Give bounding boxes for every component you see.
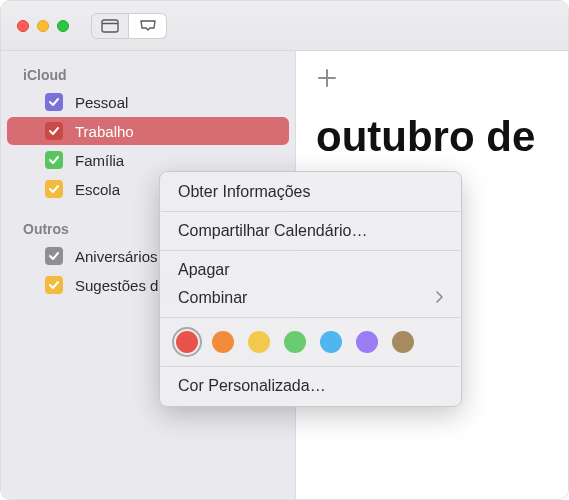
menu-item-label: Compartilhar Calendário… (178, 222, 367, 240)
color-swatch-purple[interactable] (356, 331, 378, 353)
checkbox-icon[interactable] (45, 151, 63, 169)
checkbox-icon[interactable] (45, 276, 63, 294)
toolbar-group (91, 13, 167, 39)
sidebar-item-label: Escola (75, 181, 120, 198)
app-window: iCloud Pessoal Trabalho Família Escola O… (0, 0, 569, 500)
menu-item-label: Combinar (178, 289, 247, 307)
menu-item-delete[interactable]: Apagar (160, 256, 461, 284)
context-menu: Obter Informações Compartilhar Calendári… (159, 171, 462, 407)
menu-item-get-info[interactable]: Obter Informações (160, 178, 461, 206)
minimize-window-button[interactable] (37, 20, 49, 32)
color-swatch-red[interactable] (176, 331, 198, 353)
color-swatch-green[interactable] (284, 331, 306, 353)
menu-item-merge[interactable]: Combinar (160, 284, 461, 312)
svg-rect-0 (102, 20, 118, 32)
menu-item-label: Cor Personalizada… (178, 377, 326, 395)
checkbox-icon[interactable] (45, 247, 63, 265)
menu-item-label: Apagar (178, 261, 230, 279)
calendar-view-button[interactable] (91, 13, 129, 39)
section-header-icloud: iCloud (1, 61, 295, 87)
menu-separator (161, 366, 460, 367)
menu-separator (161, 250, 460, 251)
color-swatch-blue[interactable] (320, 331, 342, 353)
menu-separator (161, 317, 460, 318)
month-title: outubro de (316, 113, 568, 161)
checkbox-icon[interactable] (45, 180, 63, 198)
menu-separator (161, 211, 460, 212)
color-swatch-orange[interactable] (212, 331, 234, 353)
chevron-right-icon (435, 289, 443, 307)
sidebar-item-label: Família (75, 152, 124, 169)
menu-item-label: Obter Informações (178, 183, 311, 201)
sidebar-item-label: Aniversários (75, 248, 158, 265)
menu-item-custom-color[interactable]: Cor Personalizada… (160, 372, 461, 400)
color-swatch-row (160, 323, 461, 361)
inbox-view-button[interactable] (129, 13, 167, 39)
titlebar (1, 1, 568, 51)
menu-item-share[interactable]: Compartilhar Calendário… (160, 217, 461, 245)
sidebar-item-label: Pessoal (75, 94, 128, 111)
add-event-button[interactable] (316, 67, 338, 89)
sidebar-item-pessoal[interactable]: Pessoal (7, 88, 289, 116)
inbox-icon (139, 19, 157, 33)
sidebar-item-familia[interactable]: Família (7, 146, 289, 174)
color-swatch-brown[interactable] (392, 331, 414, 353)
window-controls (17, 20, 69, 32)
checkbox-icon[interactable] (45, 93, 63, 111)
sidebar-item-trabalho[interactable]: Trabalho (7, 117, 289, 145)
maximize-window-button[interactable] (57, 20, 69, 32)
color-swatch-yellow[interactable] (248, 331, 270, 353)
calendar-icon (101, 19, 119, 33)
close-window-button[interactable] (17, 20, 29, 32)
checkbox-icon[interactable] (45, 122, 63, 140)
sidebar-item-label: Trabalho (75, 123, 134, 140)
